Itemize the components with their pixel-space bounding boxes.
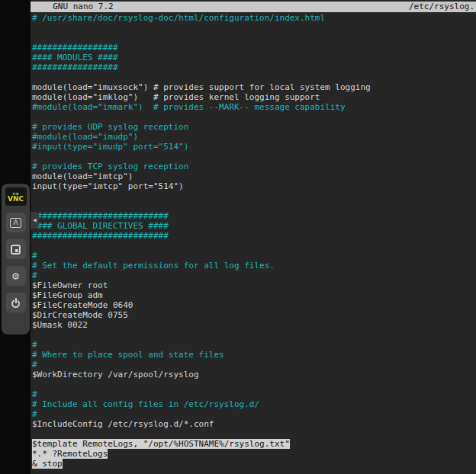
editor-line bbox=[32, 201, 476, 211]
editor-line-text: $WorkDirectory /var/spool/rsyslog bbox=[32, 370, 199, 380]
editor-line-text: ########################### bbox=[32, 231, 169, 241]
editor-line: ################# bbox=[32, 43, 476, 53]
editor-line: $FileGroup adm bbox=[32, 290, 476, 300]
editor-line-text: module(load="imuxsock") # provides suppo… bbox=[32, 82, 371, 92]
editor-line: $WorkDirectory /var/spool/rsyslog bbox=[32, 370, 476, 380]
novnc-collapse-handle[interactable]: ◀ bbox=[31, 212, 39, 229]
editor-line: # Set the default permissions for all lo… bbox=[32, 261, 476, 271]
editor-lines[interactable]: # /usr/share/doc/rsyslog-doc/html/config… bbox=[31, 12, 476, 469]
editor-line bbox=[32, 380, 476, 389]
editor-line: # bbox=[32, 360, 476, 370]
editor-line: # bbox=[32, 271, 476, 280]
editor-line-text: $template RemoteLogs, "/opt/%HOSTNAME%/r… bbox=[32, 439, 290, 449]
editor-line-text: # provides TCP syslog reception bbox=[32, 162, 188, 171]
chevron-left-icon: ◀ bbox=[33, 217, 36, 223]
editor-line-text: ########################### bbox=[32, 211, 169, 221]
editor-line-text: module(load="imtcp") bbox=[32, 171, 133, 181]
novnc-logo-vnc: VNC bbox=[8, 196, 24, 203]
nano-filename-label: /etc/rsyslog. bbox=[409, 2, 474, 12]
editor-line: $FileCreateMode 0640 bbox=[32, 300, 476, 310]
settings-button[interactable]: ⚙ bbox=[6, 266, 26, 286]
editor-line bbox=[32, 191, 476, 201]
editor-line-text: # bbox=[32, 340, 37, 350]
editor-line-text: # bbox=[32, 251, 37, 261]
editor-line-text: # Include all config files in /etc/rsysl… bbox=[32, 399, 259, 409]
editor-line-text: *.* ?RemoteLogs bbox=[32, 449, 108, 459]
editor-line-text: #input(type="imudp" port="514") bbox=[32, 142, 188, 152]
editor-line-text: & stop bbox=[32, 459, 63, 469]
editor-line: # bbox=[32, 340, 476, 350]
editor-line-text: ################# bbox=[32, 43, 118, 53]
drag-viewport-icon bbox=[11, 245, 21, 255]
power-button[interactable] bbox=[6, 293, 26, 312]
editor-line: *.* ?RemoteLogs bbox=[32, 449, 476, 459]
editor-line-text: # Where to place spool and state files bbox=[32, 350, 224, 360]
editor-line-text: # bbox=[32, 409, 37, 419]
editor-line-text: ################# bbox=[32, 62, 118, 72]
editor-line: module(load="imklog") # provides kernel … bbox=[32, 92, 476, 102]
power-icon bbox=[11, 299, 20, 308]
editor-line: $FileOwner root bbox=[32, 280, 476, 290]
editor-line: # bbox=[32, 389, 476, 399]
editor-line bbox=[32, 330, 476, 340]
editor-line: ########################### bbox=[32, 231, 476, 241]
editor-line bbox=[32, 72, 476, 82]
editor-line bbox=[32, 23, 476, 33]
editor-line: & stop bbox=[32, 459, 476, 469]
editor-line: module(load="imtcp") bbox=[32, 171, 476, 181]
editor-line-text: $FileGroup adm bbox=[32, 290, 103, 300]
editor-line-text: # bbox=[32, 271, 37, 280]
editor-line-text: $DirCreateMode 0755 bbox=[32, 310, 128, 320]
editor-line: #input(type="imudp" port="514") bbox=[32, 142, 476, 152]
editor-line: # Include all config files in /etc/rsysl… bbox=[32, 399, 476, 409]
editor-line: input(type="imtcp" port="514") bbox=[32, 181, 476, 191]
editor-line-text: # bbox=[32, 389, 37, 399]
editor-line: module(load="imuxsock") # provides suppo… bbox=[32, 82, 476, 92]
gear-icon: ⚙ bbox=[12, 271, 19, 282]
nano-version-label: GNU nano 7.2 bbox=[43, 2, 114, 12]
nano-titlebar: GNU nano 7.2 /etc/rsyslog. bbox=[31, 2, 476, 12]
editor-line-text: # Set the default permissions for all lo… bbox=[32, 261, 275, 271]
keyboard-icon: A bbox=[10, 218, 21, 228]
editor-line-text: $FileOwner root bbox=[32, 280, 108, 290]
editor-line bbox=[32, 241, 476, 251]
editor-line-text: input(type="imtcp" port="514") bbox=[32, 181, 184, 191]
editor-line: #### MODULES #### bbox=[32, 53, 476, 62]
editor-line: #module(load="immark") # provides --MARK… bbox=[32, 102, 476, 112]
editor-line-text: #### MODULES #### bbox=[32, 53, 118, 62]
editor-line: # bbox=[32, 409, 476, 419]
editor-line: # Where to place spool and state files bbox=[32, 350, 476, 360]
editor-line: # provides UDP syslog reception bbox=[32, 122, 476, 132]
editor-line: ################# bbox=[32, 62, 476, 72]
editor-line: $DirCreateMode 0755 bbox=[32, 310, 476, 320]
keyboard-button[interactable]: A bbox=[6, 213, 26, 232]
editor-line: # /usr/share/doc/rsyslog-doc/html/config… bbox=[32, 13, 476, 23]
terminal-window: GNU nano 7.2 /etc/rsyslog. # /usr/share/… bbox=[31, 0, 476, 474]
editor-line: $IncludeConfig /etc/rsyslog.d/*.conf bbox=[32, 419, 476, 429]
editor-line-text: $Umask 0022 bbox=[32, 320, 88, 330]
editor-line: ########################### bbox=[32, 211, 476, 221]
editor-line: #module(load="imudp") bbox=[32, 132, 476, 142]
editor-line-text: # bbox=[32, 360, 37, 370]
editor-line: # bbox=[32, 251, 476, 261]
novnc-logo: no VNC bbox=[5, 187, 27, 206]
editor-line: # provides TCP syslog reception bbox=[32, 162, 476, 171]
editor-line-text: #module(load="imudp") bbox=[32, 132, 138, 142]
editor-line-text: module(load="imklog") # provides kernel … bbox=[32, 92, 320, 102]
editor-line bbox=[32, 429, 476, 439]
editor-line: $Umask 0022 bbox=[32, 320, 476, 330]
novnc-control-bar: no VNC A⚙ bbox=[2, 184, 30, 335]
editor-line-text: # /usr/share/doc/rsyslog-doc/html/config… bbox=[32, 13, 325, 23]
drag-viewport-button[interactable] bbox=[6, 239, 26, 259]
editor-line-text: $FileCreateMode 0640 bbox=[32, 300, 133, 310]
editor-line: #### GLOBAL DIRECTIVES #### bbox=[32, 221, 476, 231]
editor-line-text: # provides UDP syslog reception bbox=[32, 122, 188, 132]
editor-line-text: #### GLOBAL DIRECTIVES #### bbox=[32, 221, 169, 231]
editor-line bbox=[32, 33, 476, 43]
editor-line bbox=[32, 112, 476, 122]
editor-line-text: #module(load="immark") # provides --MARK… bbox=[32, 102, 346, 112]
editor-line: $template RemoteLogs, "/opt/%HOSTNAME%/r… bbox=[32, 439, 476, 449]
editor-line-text: $IncludeConfig /etc/rsyslog.d/*.conf bbox=[32, 419, 214, 429]
editor-line bbox=[32, 152, 476, 162]
